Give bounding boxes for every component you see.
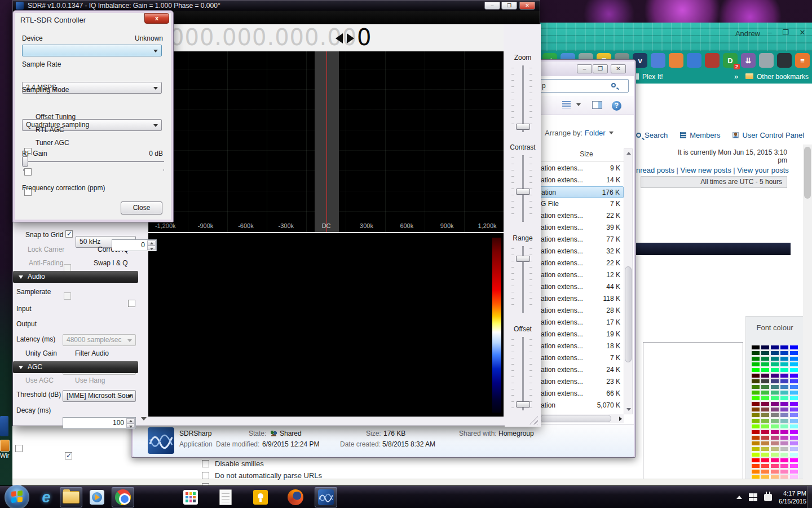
file-row[interactable]: ation extens...22 K bbox=[539, 210, 624, 222]
colour-swatch[interactable] bbox=[751, 351, 760, 356]
colour-swatch[interactable] bbox=[761, 424, 770, 429]
colour-swatch[interactable] bbox=[789, 356, 798, 361]
slider-thumb[interactable] bbox=[516, 189, 530, 195]
file-row[interactable]: G File7 K bbox=[539, 198, 624, 210]
latency-input[interactable]: 100 bbox=[63, 417, 136, 429]
colour-swatch[interactable] bbox=[780, 458, 789, 463]
colour-swatch[interactable] bbox=[780, 351, 789, 356]
colour-swatch[interactable] bbox=[761, 458, 770, 463]
colour-swatch[interactable] bbox=[761, 373, 770, 378]
download-arrows-extension-icon[interactable]: ⇊ bbox=[741, 53, 756, 68]
colour-swatch[interactable] bbox=[789, 424, 798, 429]
browser-maximize-button[interactable]: ❐ bbox=[778, 28, 793, 38]
bookmarks-overflow-chevron[interactable]: » bbox=[734, 72, 738, 81]
close-button[interactable]: Close bbox=[121, 202, 162, 214]
colour-swatch[interactable] bbox=[780, 469, 789, 474]
colour-swatch[interactable] bbox=[789, 367, 798, 373]
scroll-up-icon[interactable] bbox=[626, 152, 631, 155]
colour-swatch[interactable] bbox=[789, 463, 798, 468]
power-plug-icon[interactable] bbox=[764, 494, 772, 501]
colour-swatch[interactable] bbox=[770, 401, 779, 406]
colour-swatch[interactable] bbox=[789, 413, 798, 418]
rf-gain-slider-track[interactable] bbox=[23, 161, 164, 162]
colour-swatch[interactable] bbox=[770, 446, 779, 452]
colour-swatch[interactable] bbox=[770, 384, 779, 389]
size-column-header[interactable]: Size bbox=[558, 150, 615, 158]
taskbar-internet-explorer[interactable]: e bbox=[35, 487, 58, 507]
colour-swatch[interactable] bbox=[770, 413, 779, 418]
colour-swatch[interactable] bbox=[780, 401, 789, 406]
search-icon[interactable] bbox=[611, 83, 616, 87]
colour-swatch[interactable] bbox=[751, 418, 760, 423]
colour-swatch[interactable] bbox=[789, 390, 798, 395]
colour-swatch[interactable] bbox=[770, 362, 779, 367]
file-row[interactable]: ation extens...18 K bbox=[539, 340, 624, 352]
colour-swatch[interactable] bbox=[751, 345, 760, 350]
arrange-by-value[interactable]: Folder bbox=[585, 129, 606, 137]
frequency-active-digit[interactable]: 0 bbox=[357, 24, 372, 50]
colour-swatch[interactable] bbox=[751, 435, 760, 440]
swap-iq-checkbox[interactable] bbox=[128, 300, 135, 307]
colour-swatch[interactable] bbox=[751, 396, 760, 401]
colour-swatch[interactable] bbox=[780, 362, 789, 367]
colour-swatch[interactable] bbox=[780, 413, 789, 418]
audio-output-select[interactable]: [MME] Microsoft Soun bbox=[63, 390, 136, 402]
colour-swatch[interactable] bbox=[770, 458, 779, 463]
contrast-slider[interactable]: Contrast bbox=[505, 143, 541, 151]
file-row[interactable]: ation extens...19 K bbox=[539, 329, 624, 340]
colour-swatch[interactable] bbox=[751, 407, 760, 412]
explorer-maximize-button[interactable]: ❐ bbox=[593, 64, 608, 73]
scroll-down-icon[interactable] bbox=[626, 408, 631, 411]
colour-swatch[interactable] bbox=[789, 362, 798, 367]
gear-extension-icon[interactable] bbox=[687, 53, 701, 68]
frequency-step-up-icon[interactable] bbox=[347, 33, 354, 43]
colour-swatch[interactable] bbox=[770, 424, 779, 429]
file-row[interactable]: ation extens...118 K bbox=[539, 293, 624, 305]
colour-swatch[interactable] bbox=[761, 356, 770, 361]
colour-swatch[interactable] bbox=[751, 469, 760, 474]
snap-to-grid-checkbox[interactable] bbox=[65, 230, 73, 238]
file-row[interactable]: ation extens...44 K bbox=[539, 281, 624, 293]
colour-swatch[interactable] bbox=[751, 356, 760, 361]
colour-swatch[interactable] bbox=[780, 424, 789, 429]
colour-swatch[interactable] bbox=[770, 469, 779, 474]
preview-pane-icon[interactable] bbox=[592, 101, 602, 109]
colour-swatch[interactable] bbox=[770, 441, 779, 446]
colour-swatch[interactable] bbox=[751, 367, 760, 373]
colour-swatch[interactable] bbox=[751, 441, 760, 446]
spectrum-display[interactable]: -1,200k-900k-600k-300kDC300k600k900k1,20… bbox=[148, 51, 504, 232]
colour-swatch[interactable] bbox=[761, 446, 770, 452]
file-row[interactable]: ation extens...28 K bbox=[539, 305, 624, 317]
colour-swatch[interactable] bbox=[780, 396, 789, 401]
colour-swatch[interactable] bbox=[789, 373, 798, 378]
colour-swatch[interactable] bbox=[789, 452, 798, 457]
colour-swatch[interactable] bbox=[780, 345, 789, 350]
colour-swatch[interactable] bbox=[789, 401, 798, 406]
colour-swatch[interactable] bbox=[770, 390, 779, 395]
browser-scrollbar-thumb[interactable] bbox=[804, 147, 811, 199]
colour-swatch[interactable] bbox=[770, 452, 779, 457]
colour-swatch[interactable] bbox=[761, 401, 770, 406]
forum-checkbox-row[interactable]: Disable smilies bbox=[202, 459, 264, 468]
colour-swatch[interactable] bbox=[780, 367, 789, 373]
explorer-search-input[interactable]: p bbox=[537, 79, 629, 93]
blue-window-extension-icon[interactable] bbox=[651, 53, 665, 68]
colour-swatch[interactable] bbox=[789, 446, 798, 452]
taskbar-chrome[interactable] bbox=[112, 487, 134, 507]
post-link[interactable]: View new posts bbox=[681, 166, 731, 174]
list-view-icon[interactable] bbox=[562, 101, 571, 108]
knot-extension-icon[interactable] bbox=[669, 53, 683, 68]
taskbar-document[interactable] bbox=[214, 487, 237, 507]
file-row[interactable]: ation176 K bbox=[539, 186, 624, 198]
colour-swatch[interactable] bbox=[789, 469, 798, 474]
colour-swatch[interactable] bbox=[770, 356, 779, 361]
colour-swatch[interactable] bbox=[761, 362, 770, 367]
bookmark-plex[interactable]: Plex It! bbox=[642, 73, 663, 81]
file-row[interactable]: ation extens...14 K bbox=[539, 174, 624, 186]
colour-swatch[interactable] bbox=[751, 458, 760, 463]
forum-checkbox[interactable] bbox=[202, 472, 209, 479]
waterfall-display[interactable] bbox=[148, 233, 504, 417]
desktop-icon-orange[interactable] bbox=[0, 440, 10, 452]
colour-swatch[interactable] bbox=[770, 373, 779, 378]
taskbar-clock[interactable]: 4:17 PM 6/15/2015 bbox=[779, 489, 806, 505]
